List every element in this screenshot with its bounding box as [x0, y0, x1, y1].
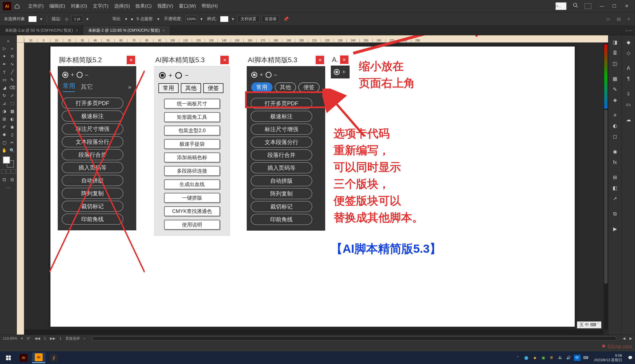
artboards-icon[interactable]: ▭	[624, 100, 633, 109]
menu-help[interactable]: 帮助(H)	[199, 3, 221, 9]
panel-menu-icon[interactable]: ▭	[604, 17, 612, 22]
curvature-tool[interactable]: ∿	[9, 61, 16, 68]
script-button[interactable]: 段落行合并	[62, 149, 123, 160]
color-spectrum-scroll[interactable]	[604, 44, 608, 109]
color-mode-gradient[interactable]	[6, 169, 11, 174]
script-button[interactable]: 多段路径连接	[164, 166, 220, 176]
ime-toolbar[interactable]: 五 中 ⌨ ˇ	[577, 321, 602, 328]
symbol-sprayer-tool[interactable]: ✱	[1, 131, 8, 138]
script-button[interactable]: 一键拼版	[164, 193, 220, 203]
canvas[interactable]: 1001020304050607080901001101201301401501…	[17, 35, 608, 335]
tab-other[interactable]: 其他	[275, 82, 296, 92]
radio-on-icon[interactable]	[159, 72, 166, 79]
window-close[interactable]: ✕	[621, 2, 632, 10]
graph-tool[interactable]: ▯	[9, 131, 16, 138]
ruler-origin[interactable]	[17, 35, 24, 43]
align-icon[interactable]: ⊞	[611, 173, 619, 182]
stroke-input[interactable]	[71, 16, 83, 22]
width-tool[interactable]: ⊿	[1, 100, 8, 107]
fg-color-swatch[interactable]	[3, 156, 10, 164]
script-button[interactable]: 生成出血线	[164, 179, 220, 189]
artboard-nav[interactable]: 1	[44, 336, 46, 340]
tab-close-icon[interactable]: ×	[163, 28, 165, 33]
radio-on-icon[interactable]	[251, 72, 257, 78]
symbols-icon[interactable]: ◈	[611, 96, 619, 104]
tab-common[interactable]: 常用	[158, 83, 179, 93]
menu-file[interactable]: 文件(F)	[25, 3, 47, 9]
doc-tab-2[interactable]: 未标题-2 @ 110.65 % (CMYK/CPU 预览) ×	[83, 26, 170, 35]
menu-select[interactable]: 选择(S)	[111, 3, 133, 9]
tab-notes[interactable]: 便签	[298, 82, 320, 92]
panel-menu-icon-3[interactable]: ≡	[625, 17, 632, 21]
shape-builder-tool[interactable]: ◑	[1, 108, 8, 115]
script-button[interactable]: 阵列复制	[251, 188, 312, 199]
tray-up-icon[interactable]: ˄	[515, 355, 521, 361]
tray-shield-icon[interactable]: ⛨	[549, 355, 555, 361]
home-icon[interactable]	[13, 2, 21, 10]
scroll-right-icon[interactable]: ▶	[629, 336, 632, 340]
rotate-view-icon[interactable]: 0°	[27, 336, 30, 340]
rectangle-tool[interactable]: ▭	[1, 76, 8, 84]
zoom-tool[interactable]: 🔍	[9, 147, 16, 154]
transparency-icon[interactable]: ◻	[611, 132, 619, 141]
menu-effect[interactable]: 效果(C)	[133, 3, 154, 9]
notifications-icon[interactable]: 💬	[627, 355, 633, 361]
layers-icon[interactable]: ≣	[611, 49, 619, 57]
artboard-tool[interactable]: ▢	[1, 139, 8, 146]
scroll-thumb[interactable]	[604, 110, 608, 284]
hand-tool[interactable]: ✋	[1, 147, 8, 154]
magic-wand-tool[interactable]: ✦	[1, 53, 8, 60]
prefs-button[interactable]: 首选项	[262, 16, 280, 22]
expand-tools-icon[interactable]: »	[5, 37, 12, 44]
edit-toolbar-icon[interactable]: ⋯	[1, 184, 16, 191]
script-button[interactable]: 自动拼版	[251, 175, 312, 186]
eraser-tool[interactable]: ⌫	[9, 84, 16, 91]
tab-other[interactable]: 其他	[181, 83, 201, 93]
start-button[interactable]	[2, 353, 15, 363]
pathfinder-icon[interactable]: ◧	[611, 184, 619, 192]
script-button[interactable]: 阵列复制	[62, 188, 123, 199]
menu-window[interactable]: 窗口(W)	[176, 3, 199, 9]
style-dropdown[interactable]: ▾	[231, 17, 235, 22]
color-guide-icon[interactable]: ◇	[624, 49, 633, 57]
taskbar-app-ai-1[interactable]: Ai	[17, 353, 30, 363]
artboard-nav-next[interactable]: ▶▶	[50, 336, 56, 340]
tray-icon-3[interactable]: ▣	[540, 355, 546, 361]
color-mode-none[interactable]	[11, 169, 16, 174]
tray-icon-2[interactable]: ◆	[532, 355, 538, 361]
cloud-icon[interactable]: ○—	[625, 28, 632, 33]
window-minimize[interactable]: —	[596, 2, 608, 10]
appearance-icon[interactable]: ◉	[611, 147, 619, 156]
radio-off-icon[interactable]	[265, 72, 272, 78]
opacity-dropdown[interactable]: ▾	[199, 17, 204, 22]
script-button[interactable]: 打开多页PDF	[62, 98, 123, 109]
script-button[interactable]: 插入页码等	[62, 162, 123, 173]
close-icon[interactable]: ✕	[316, 56, 324, 64]
gradient-icon[interactable]: ◐	[611, 122, 619, 130]
artboard-range[interactable]: 1	[59, 336, 61, 340]
script-button[interactable]: 插入页码等	[251, 162, 312, 173]
script-button[interactable]: 段落行合并	[251, 149, 312, 161]
doc-setup-button[interactable]: 文档设置	[237, 16, 259, 22]
h-scrollbar[interactable]	[24, 330, 604, 335]
tray-network-icon[interactable]: 🖧	[557, 355, 563, 361]
zoom-level[interactable]: 110.65%	[3, 336, 17, 340]
selection-tool[interactable]: ▷	[1, 45, 8, 52]
script-button[interactable]: 裁切标记	[62, 201, 123, 212]
line-tool[interactable]: ╱	[9, 68, 16, 76]
tray-ime-icon[interactable]: 中	[574, 355, 581, 361]
color-picker[interactable]	[3, 156, 14, 168]
close-icon[interactable]: ✕	[340, 55, 348, 64]
cloud-icon[interactable]: ☁	[624, 115, 633, 124]
script-button[interactable]: 统一画板尺寸	[164, 99, 220, 109]
blend-tool[interactable]: ◉	[9, 123, 16, 131]
links-icon[interactable]: ⧉	[611, 210, 619, 218]
script-button[interactable]: 包装盒型2.0	[164, 126, 220, 136]
workspace-input[interactable]	[555, 2, 567, 10]
libraries-icon[interactable]: ◫	[611, 59, 619, 68]
script-button[interactable]: 极速标注	[62, 110, 123, 122]
transform-icon[interactable]: ↗	[611, 194, 619, 203]
tab-close-icon[interactable]: ×	[76, 28, 78, 33]
swatches-icon[interactable]: ▦	[611, 75, 619, 83]
script-button[interactable]: CMYK查找潘通色	[164, 206, 220, 216]
